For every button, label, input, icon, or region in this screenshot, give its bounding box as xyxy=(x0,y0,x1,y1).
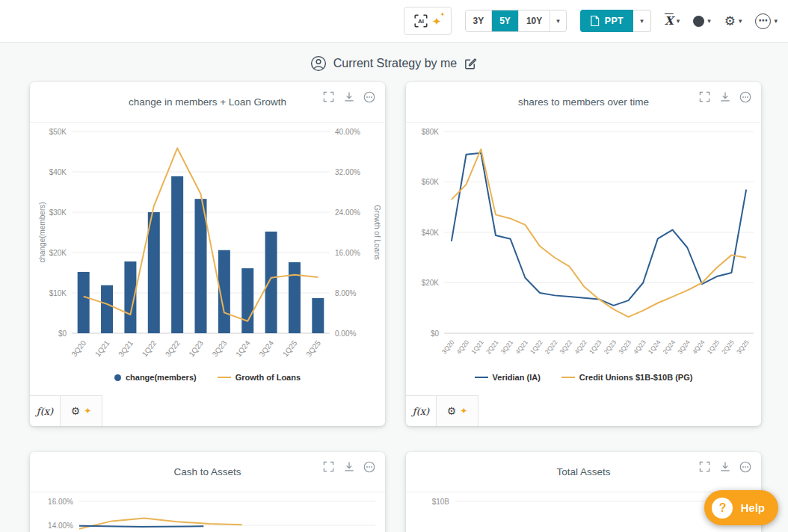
svg-text:3Q21: 3Q21 xyxy=(499,338,515,356)
svg-text:3Q25: 3Q25 xyxy=(304,338,322,358)
expand-icon xyxy=(699,91,710,102)
svg-text:3Q25: 3Q25 xyxy=(735,338,751,356)
help-label: Help xyxy=(740,501,765,514)
svg-text:$40K: $40K xyxy=(49,168,67,176)
edit-title-button[interactable] xyxy=(464,57,478,71)
svg-text:2Q25: 2Q25 xyxy=(720,338,736,356)
help-button[interactable]: ? Help xyxy=(704,490,778,525)
legend-item: change(members) xyxy=(114,373,197,382)
card-title: change in members + Loan Growth xyxy=(129,96,286,108)
range-dropdown-button[interactable]: ▾ xyxy=(550,10,566,31)
file-icon xyxy=(590,15,600,27)
card-title: shares to members over time xyxy=(518,96,649,108)
card-footer: ƒ(x) ⚙ ✦ xyxy=(406,395,761,426)
card-actions xyxy=(698,460,751,473)
circled-ellipsis-icon xyxy=(363,461,375,473)
download-button[interactable] xyxy=(718,460,731,473)
legend-label: change(members) xyxy=(126,373,197,382)
card-header: change in members + Loan Growth xyxy=(30,82,385,123)
card-menu-button[interactable] xyxy=(363,90,375,103)
svg-text:1Q21: 1Q21 xyxy=(470,338,485,356)
chevron-down-icon: ▾ xyxy=(707,18,711,25)
legend-label: Growth of Loans xyxy=(236,373,301,382)
svg-text:3Q20: 3Q20 xyxy=(440,338,456,356)
range-3y-button[interactable]: 3Y xyxy=(466,10,492,31)
svg-text:4Q23: 4Q23 xyxy=(632,338,647,356)
svg-text:2Q22: 2Q22 xyxy=(544,338,559,356)
edit-pencil-icon xyxy=(464,57,478,71)
expand-button[interactable] xyxy=(698,90,711,103)
average-overlay-button[interactable]: X ▾ xyxy=(665,16,680,27)
strategy-header: Current Strategy by me xyxy=(0,43,788,77)
svg-text:$30K: $30K xyxy=(49,208,67,217)
circled-ellipsis-icon xyxy=(363,91,375,103)
svg-text:3Q22: 3Q22 xyxy=(164,338,182,358)
svg-text:$0: $0 xyxy=(431,330,440,338)
card-menu-button[interactable] xyxy=(739,460,751,473)
download-icon xyxy=(343,91,355,102)
ppt-export-button[interactable]: PPT xyxy=(580,10,633,32)
svg-text:$80K: $80K xyxy=(422,128,440,136)
svg-text:0.00%: 0.00% xyxy=(335,330,356,338)
svg-text:4Q20: 4Q20 xyxy=(455,338,470,356)
svg-text:$40K: $40K xyxy=(422,229,440,237)
range-5y-button[interactable]: 5Y xyxy=(491,10,518,31)
dashboard-grid: change in members + Loan Growth $00.00%$… xyxy=(0,77,788,532)
ppt-dropdown-button[interactable]: ▾ xyxy=(633,10,651,32)
download-icon xyxy=(343,461,355,472)
formula-button[interactable]: ƒ(x) xyxy=(406,396,436,426)
download-icon xyxy=(719,461,731,472)
svg-text:3Q23: 3Q23 xyxy=(617,338,632,356)
chevron-down-icon: ▾ xyxy=(739,18,742,25)
svg-text:8.00%: 8.00% xyxy=(335,289,356,297)
expand-button[interactable] xyxy=(322,460,335,473)
page-title: Current Strategy by me xyxy=(333,57,457,70)
expand-button[interactable] xyxy=(698,460,711,473)
svg-text:1Q22: 1Q22 xyxy=(529,338,544,356)
svg-text:1Q24: 1Q24 xyxy=(234,338,252,358)
chevron-down-icon: ▾ xyxy=(556,18,560,25)
svg-text:3Q24: 3Q24 xyxy=(676,338,692,356)
legend-label: Veridian (IA) xyxy=(493,373,541,382)
formula-button[interactable]: ƒ(x) xyxy=(30,396,60,426)
svg-text:1Q24: 1Q24 xyxy=(647,338,662,356)
download-button[interactable] xyxy=(342,460,355,473)
color-theme-button[interactable]: ▾ xyxy=(693,16,711,27)
more-options-button[interactable]: ⋯ ▾ xyxy=(755,13,778,29)
download-icon xyxy=(719,91,731,102)
chart-legend: change(members) Growth of Loans xyxy=(30,369,385,386)
chart-ai-tools-button[interactable]: ⚙ ✦ xyxy=(436,396,478,426)
legend-line xyxy=(561,377,575,378)
legend-line xyxy=(218,377,231,378)
chevron-down-icon: ▾ xyxy=(677,18,680,25)
legend-label: Credit Unions $1B-$10B (PG) xyxy=(579,373,693,382)
card-header: Total Assets xyxy=(406,452,761,492)
gear-icon: ⚙ xyxy=(447,406,457,416)
circled-ellipsis-icon xyxy=(739,91,751,103)
card-menu-button[interactable] xyxy=(739,90,751,103)
chart-ai-tools-button[interactable]: ⚙ ✦ xyxy=(60,396,102,426)
card-menu-button[interactable] xyxy=(363,460,375,473)
expand-icon xyxy=(323,461,334,472)
svg-text:$10K: $10K xyxy=(49,289,67,297)
download-button[interactable] xyxy=(342,90,355,103)
card-title: Cash to Assets xyxy=(173,466,241,477)
svg-text:$0: $0 xyxy=(58,330,67,338)
card-header: shares to members over time xyxy=(406,82,761,123)
range-10y-button[interactable]: 10Y xyxy=(518,10,550,31)
ai-assistant-button[interactable]: AI ✦✦ xyxy=(404,7,452,35)
line-chart: $0$20K$40K$60K$80K3Q204Q201Q212Q213Q214Q… xyxy=(406,123,760,369)
ppt-label: PPT xyxy=(605,16,624,26)
legend-item: Growth of Loans xyxy=(218,373,301,382)
expand-button[interactable] xyxy=(322,90,335,103)
svg-text:1Q25: 1Q25 xyxy=(706,338,721,356)
gear-icon: ⚙ xyxy=(724,15,736,28)
combo-bar-line-chart: $00.00%$10K8.00%$20K16.00%$30K24.00%$40K… xyxy=(30,123,384,369)
settings-button[interactable]: ⚙ ▾ xyxy=(724,15,742,28)
download-button[interactable] xyxy=(718,90,731,103)
svg-text:$10B: $10B xyxy=(432,498,450,506)
sparkle-icon: ✦ xyxy=(460,406,467,416)
legend-item: Veridian (IA) xyxy=(475,373,541,382)
expand-icon xyxy=(699,461,710,472)
xbar-icon: X xyxy=(665,16,674,27)
